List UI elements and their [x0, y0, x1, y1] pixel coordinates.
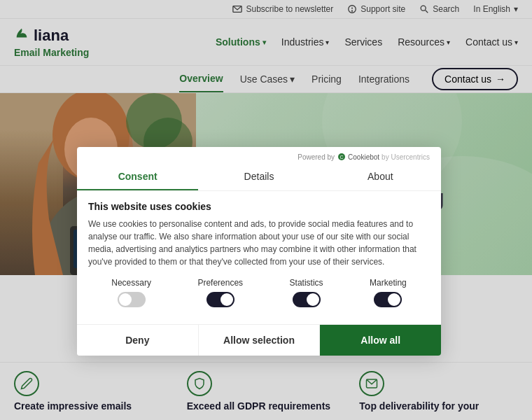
- cookie-modal: Powered by C Cookiebot by Usercentrics C…: [77, 147, 441, 356]
- toggle-marketing: Marketing: [370, 278, 407, 307]
- toggle-necessary-label: Necessary: [111, 278, 151, 288]
- toggle-marketing-label: Marketing: [370, 278, 407, 288]
- cookie-description: We use cookies to personalise content an…: [88, 218, 430, 268]
- powered-by-bar: Powered by C Cookiebot by Usercentrics: [77, 147, 441, 164]
- cookie-heading: This website uses cookies: [88, 201, 430, 212]
- cookie-tabs: Consent Details About: [77, 164, 441, 191]
- toggle-statistics-label: Statistics: [290, 278, 323, 288]
- powered-by-text: Powered by: [298, 153, 335, 161]
- toggle-statistics-switch[interactable]: [293, 292, 321, 307]
- tab-consent[interactable]: Consent: [77, 164, 198, 190]
- tab-about[interactable]: About: [320, 164, 441, 190]
- toggle-preferences-switch[interactable]: [206, 292, 234, 307]
- cookie-overlay: Powered by C Cookiebot by Usercentrics C…: [0, 0, 532, 420]
- cookie-modal-buttons: Deny Allow selection Allow all: [77, 324, 441, 356]
- toggle-necessary-switch[interactable]: [118, 292, 146, 307]
- toggle-preferences: Preferences: [197, 278, 243, 307]
- cookiebot-by: by Usercentrics: [382, 153, 430, 161]
- toggle-preferences-label: Preferences: [197, 278, 243, 288]
- tab-details[interactable]: Details: [198, 164, 319, 190]
- cookie-modal-body: This website uses cookies We use cookies…: [77, 191, 441, 324]
- toggle-marketing-switch[interactable]: [374, 292, 402, 307]
- deny-button[interactable]: Deny: [77, 325, 199, 356]
- allow-all-button[interactable]: Allow all: [320, 325, 441, 356]
- toggle-necessary: Necessary: [111, 278, 151, 307]
- toggle-statistics: Statistics: [290, 278, 323, 307]
- allow-selection-button[interactable]: Allow selection: [199, 325, 321, 356]
- svg-text:C: C: [340, 155, 344, 160]
- cookie-toggles-row: Necessary Preferences Statistics Marketi…: [88, 278, 430, 307]
- cookiebot-logo: C Cookiebot by Usercentrics: [337, 153, 430, 161]
